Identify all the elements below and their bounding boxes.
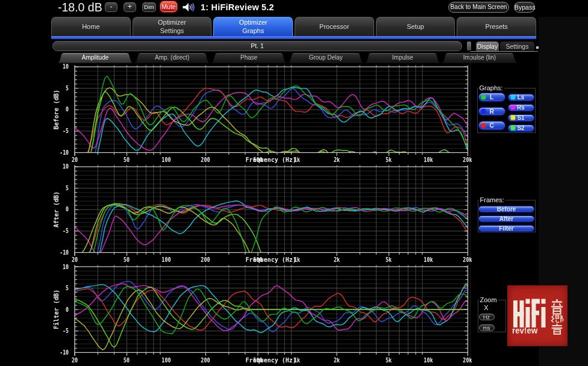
logo-art [507,285,568,346]
ylabel-before: Before (dB) [53,90,60,129]
main-tab-setup[interactable]: Setup [376,17,455,36]
channel-dot-s2 [511,126,515,130]
channel-button-r[interactable]: R [478,107,506,116]
xtick-filter-5k: 5k [386,357,392,364]
panel-tab-stub [467,42,471,51]
frame-button-before[interactable]: Before [478,206,534,213]
speaker-icon [182,2,196,13]
xtick-filter-100: 100 [161,357,170,364]
logo-cjk-yin [551,299,563,314]
app-title: 1: HiFiReview 5.2 [201,2,274,13]
curve-after-l [75,204,468,256]
channel-dot-r [481,109,486,113]
ytick-filter-10: 10 [53,264,69,270]
plot-before [70,63,472,157]
graphs-label: Graphs: [478,84,504,92]
ytick-after-5: 5 [53,185,69,191]
graph-tab-group-delay[interactable]: Group Delay [289,53,363,63]
ytick-filter--10: -10 [53,349,69,356]
channel-button-c[interactable]: C [478,121,506,130]
zoom-x-label: X [481,304,492,311]
plot-filter [70,262,472,357]
channel-button-ls[interactable]: Ls [508,94,534,101]
back-to-main-screen-button[interactable]: Back to Main Screen [448,2,509,13]
tab-underline [51,36,536,39]
main-tab-processor[interactable]: Processor [295,17,374,36]
ytick-after-10: 10 [53,163,69,170]
channel-button-l[interactable]: L [478,93,506,102]
xtick-filter-20k: 20k [463,357,472,364]
ytick-before--10: -10 [53,149,69,156]
logo-hifi-letters [513,299,546,328]
curve-filter-rs [75,284,468,331]
ytick-after--5: -5 [53,228,69,234]
plot-after [70,163,472,257]
point-selector-bar[interactable]: Pt. 1 [52,41,462,51]
main-tab-optimizer-settings[interactable]: Optimizer Settings [133,17,212,36]
channel-dot-rs [511,105,515,110]
graph-tab-impulse-lin-[interactable]: Impulse (lin) [442,53,517,63]
ylabel-after: After (dB) [53,191,60,228]
xtick-filter-10k: 10k [424,357,433,364]
channel-dot-c [481,123,486,128]
xtick-filter-2k: 2k [333,357,339,364]
frame-button-filter[interactable]: Filter [478,225,534,232]
frames-label: Frames: [479,196,505,203]
xtick-filter-20: 20 [71,357,77,364]
volume-plus-button[interactable]: + [124,2,136,12]
channel-dot-ls [511,95,515,99]
logo-cjk-xiang [551,315,563,335]
zoom-label: Zoom [479,296,498,303]
bypass-button[interactable]: Bypass [514,2,535,13]
graph-tab-phase[interactable]: Phase [211,53,286,63]
curve-after-s1 [75,204,468,256]
xtick-filter-200: 200 [201,357,210,364]
dim-button[interactable]: Dim [142,2,156,12]
panel-tab-underline [471,51,538,52]
curve-after-c [75,203,468,256]
main-tab-presets[interactable]: Presets [457,17,536,36]
zoom-unit-button-Hz[interactable]: Hz [479,314,495,320]
main-tab-home[interactable]: Home [51,17,131,36]
panel-corner-dot [536,46,539,49]
channel-button-s1[interactable]: S1 [508,114,534,122]
graph-tab-amp-direct-[interactable]: Amp. (direct) [135,53,210,63]
panel-tab-display[interactable]: Display [476,42,499,52]
xtick-filter-50: 50 [124,357,130,364]
ylabel-filter: Filter (dB) [53,290,60,329]
curve-filter-ls [75,284,468,333]
logo-review-text: rev!ew [512,326,546,335]
master-volume-display: -18.0 dB [58,0,108,14]
graph-tab-impulse[interactable]: Impulse [365,53,440,63]
frame-button-after[interactable]: After [478,216,534,223]
panel-tab-settings[interactable]: Settings [500,42,534,52]
curve-after-r [75,204,468,256]
main-tab-optimizer-graphs[interactable]: Optimizer Graphs [213,17,293,36]
graph-type-tab-bar: AmplitudeAmp. (direct)PhaseGroup DelayIm… [58,53,517,63]
volume-minus-button[interactable]: - [105,2,117,12]
zoom-unit-button-ms[interactable]: ms [479,324,495,331]
xlabel-filter: Frequency (Hz) [246,357,296,364]
main-tab-bar: HomeOptimizer SettingsOptimizer GraphsPr… [51,17,536,36]
ytick-after--10: -10 [53,249,69,256]
hifi-review-logo: rev!ew [507,285,568,346]
graph-tab-amplitude[interactable]: Amplitude [58,53,133,63]
channel-button-s2[interactable]: S2 [508,125,534,132]
channel-dot-l [481,95,486,99]
curve-after-s2 [75,203,468,256]
channel-button-rs[interactable]: Rs [508,104,534,111]
ytick-before-10: 10 [53,63,69,70]
channel-dot-s1 [511,116,515,120]
mute-button[interactable]: Mute [160,1,177,12]
